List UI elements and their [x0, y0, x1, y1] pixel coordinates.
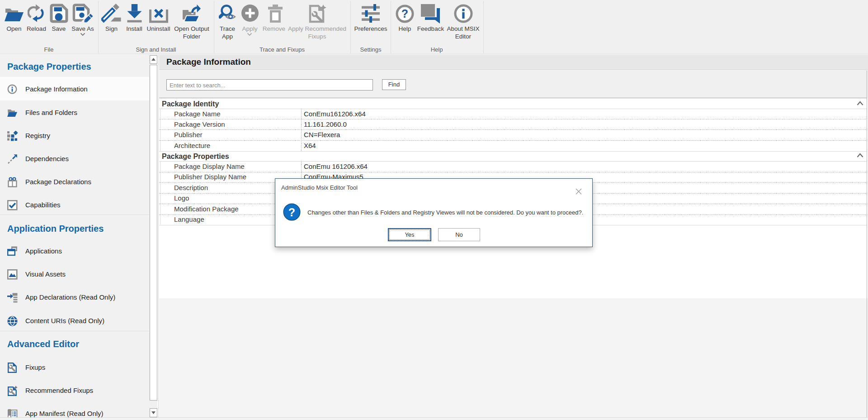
svg-text:?: ?	[401, 7, 408, 20]
svg-text:?: ?	[288, 206, 295, 219]
